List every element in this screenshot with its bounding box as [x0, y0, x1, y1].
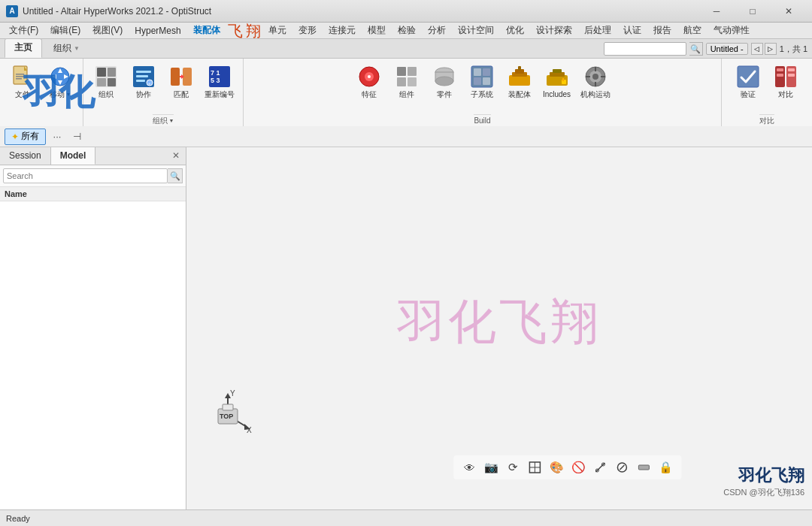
svg-rect-21	[171, 68, 180, 86]
menu-hypermesh[interactable]: HyperMesh	[129, 23, 186, 39]
svg-line-82	[620, 465, 624, 470]
compare-button[interactable]: 对比	[768, 62, 804, 102]
svg-rect-43	[509, 75, 530, 86]
menu-analysis[interactable]: 分析	[422, 23, 452, 39]
match-label: 匹配	[174, 90, 189, 99]
menu-model[interactable]: 模型	[362, 23, 392, 39]
svg-rect-14	[108, 78, 116, 86]
app-icon: A	[6, 5, 18, 17]
renum-label: 重新编号	[205, 90, 235, 99]
menu-unit[interactable]: 单元	[262, 23, 292, 39]
menu-edit[interactable]: 编辑(E)	[44, 23, 86, 39]
menu-aviation[interactable]: 航空	[677, 23, 707, 39]
menu-designexplore[interactable]: 设计探索	[530, 23, 578, 39]
validate-button[interactable]: 验证	[730, 62, 766, 102]
svg-rect-40	[483, 68, 490, 76]
status-bar: Ready	[0, 509, 812, 526]
bottom-right-watermark: 羽化飞翔 CSDN @羽化飞翔136	[723, 464, 804, 498]
color-tool[interactable]: 🎨	[547, 458, 566, 477]
svg-rect-46	[518, 66, 521, 71]
orbit-tool[interactable]: ⟳	[503, 458, 523, 477]
status-text: Ready	[6, 514, 30, 523]
tab-session[interactable]: Session	[0, 147, 51, 165]
organize-group-label: 组织 ▼	[153, 114, 174, 126]
assembly-button[interactable]: 装配体	[501, 62, 538, 102]
menu-aerodynamics[interactable]: 气动弹性	[707, 23, 756, 39]
lightning-icon: ✦	[11, 132, 19, 142]
panel-search-area: 🔍	[0, 165, 186, 187]
main-area: Session Model ✕ 🔍 Name 羽化飞翔 Y X	[0, 147, 812, 509]
menu-check[interactable]: 检验	[392, 23, 422, 39]
svg-rect-33	[397, 77, 406, 86]
svg-rect-64	[777, 74, 783, 77]
minimize-button[interactable]: ─	[699, 1, 734, 22]
page-info: 1，共 1	[780, 44, 807, 55]
svg-rect-39	[474, 68, 481, 76]
collapse-btn[interactable]: ⊣	[68, 128, 85, 145]
menu-certify[interactable]: 认证	[617, 23, 647, 39]
menu-file[interactable]: 文件(F)	[3, 23, 44, 39]
svg-rect-49	[553, 69, 562, 73]
svg-rect-42	[483, 77, 490, 85]
tab-home[interactable]: 主页	[5, 38, 42, 58]
organize-dropdown-arrow: ▼	[74, 45, 80, 52]
svg-rect-31	[397, 67, 406, 76]
panel-tabs: Session Model ✕	[0, 147, 186, 165]
tab-model[interactable]: Model	[51, 147, 96, 165]
measure-tool[interactable]	[590, 458, 610, 477]
panel-search-btn[interactable]: 🔍	[168, 168, 183, 183]
clip-tool[interactable]	[634, 458, 653, 477]
more-options-btn[interactable]: ···	[49, 128, 65, 145]
nav-next[interactable]: ▷	[765, 43, 777, 55]
menu-bar: 文件(F) 编辑(E) 视图(V) HyperMesh 装配体 飞 翔 单元 变…	[0, 23, 812, 39]
mechanism-button[interactable]: 机构运动	[577, 62, 614, 102]
ribbon-search-input[interactable]	[604, 42, 686, 56]
includes-button[interactable]: Includes	[539, 62, 575, 102]
svg-rect-83	[638, 465, 649, 470]
compare-label: 对比	[778, 90, 793, 99]
svg-rect-4	[16, 78, 22, 80]
no-entry-tool[interactable]: 🚫	[568, 458, 588, 477]
ribbon-search-button[interactable]: 🔍	[689, 42, 703, 56]
maximize-button[interactable]: □	[735, 1, 770, 22]
panel-close-btn[interactable]: ✕	[166, 147, 186, 165]
validate-label: 验证	[741, 90, 756, 99]
close-button[interactable]: ✕	[771, 1, 806, 22]
menu-postprocess[interactable]: 后处理	[578, 23, 617, 39]
menu-connector[interactable]: 连接元	[323, 23, 362, 39]
renum-button[interactable]: 7 1 5 3 重新编号	[201, 62, 238, 102]
panel-search-input[interactable]	[3, 168, 168, 183]
title-bar: A Untitled - Altair HyperWorks 2021.2 - …	[0, 0, 812, 23]
menu-optimize[interactable]: 优化	[500, 23, 530, 39]
svg-rect-65	[788, 74, 795, 77]
tab-organize[interactable]: 组织 ▼	[44, 39, 89, 58]
menu-designspace[interactable]: 设计空间	[452, 23, 500, 39]
ribbon-right-controls: 🔍 Untitled - ◁ ▷ 1，共 1	[604, 42, 807, 58]
nav-prev[interactable]: ◁	[751, 43, 763, 55]
org-label: 组织	[98, 90, 114, 99]
subsys-button[interactable]: 子系统	[464, 62, 500, 102]
photo-tool[interactable]: 📷	[481, 458, 501, 477]
all-filter-btn[interactable]: ✦ 所有	[5, 128, 46, 145]
part-button[interactable]: 零件	[426, 62, 462, 102]
viewport[interactable]: 羽化飞翔 Y X TOP 👁 📷 ⟳	[186, 147, 812, 509]
untitled-dropdown[interactable]: Untitled -	[706, 43, 748, 55]
menu-assembly[interactable]: 装配体	[187, 23, 226, 39]
match-button[interactable]: 匹配	[163, 62, 199, 102]
menu-report[interactable]: 报告	[647, 23, 677, 39]
component-button[interactable]: 组件	[389, 62, 425, 102]
compare-group-label: 对比	[759, 114, 774, 126]
ribbon-tabs-row: 主页 组织 ▼ 🔍 Untitled - ◁ ▷ 1，共 1	[0, 39, 812, 59]
menu-watermark-overlay: 飞	[226, 23, 244, 39]
svg-rect-73	[223, 404, 233, 410]
lock-tool[interactable]: 🔒	[656, 458, 675, 477]
menu-view[interactable]: 视图(V)	[86, 23, 129, 39]
feature-button[interactable]: 特征	[351, 62, 387, 102]
coord-button[interactable]: + 协作	[126, 62, 162, 102]
eye-tool[interactable]: 👁	[459, 458, 479, 477]
assembly-icon	[508, 65, 532, 89]
expand-tool[interactable]	[612, 458, 632, 477]
left-panel: Session Model ✕ 🔍 Name	[0, 147, 186, 509]
menu-deform[interactable]: 变形	[292, 23, 323, 39]
wireframe-tool[interactable]	[525, 458, 544, 477]
